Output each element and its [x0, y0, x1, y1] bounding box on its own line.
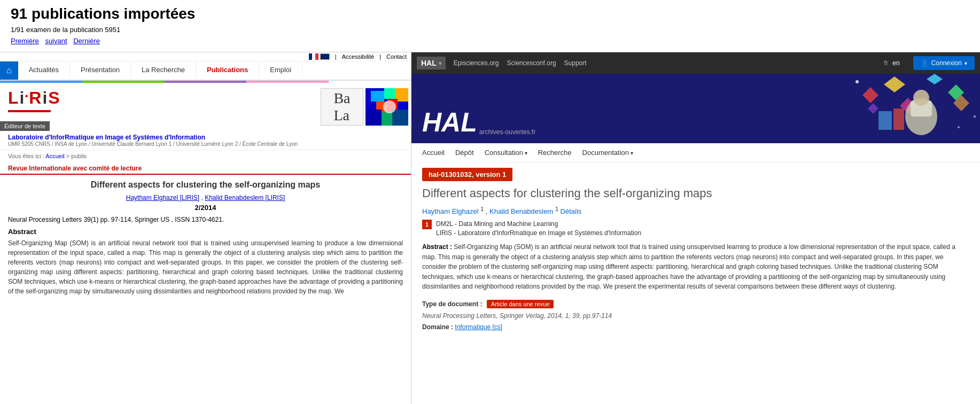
nav-presentation[interactable]: Présentation	[70, 61, 131, 80]
hal-nav-depot[interactable]: Dépôt	[455, 147, 474, 158]
hal-affil-line2: LIRIS - Laboratoire d'InforRmatique en I…	[436, 229, 641, 238]
user-icon: 👤	[921, 59, 929, 67]
hal-author2-link[interactable]: Khalid Benabdeslem	[489, 207, 553, 215]
hal-logo-text: HAL	[421, 59, 437, 67]
pub-authors: Haytham Elghazel [LIRIS] , Khalid Benabd…	[8, 194, 403, 201]
hal-banner-svg: . . . . .	[713, 74, 980, 143]
pub-journal: Neural Processing Letters 39(1) pp. 97-1…	[8, 216, 403, 223]
svg-rect-8	[392, 110, 408, 126]
home-icon: ⌂	[6, 66, 12, 75]
svg-text:. . . . .: . . . . .	[870, 136, 883, 142]
contact-link[interactable]: Contact	[386, 53, 407, 60]
svg-rect-19	[878, 111, 892, 130]
main-title: 91 publications importées	[11, 5, 969, 22]
suivant-link[interactable]: suivant	[45, 37, 67, 45]
logo-underline	[8, 110, 51, 112]
hal-domain-label: Domaine :	[422, 323, 453, 331]
lang-en[interactable]: en	[892, 59, 899, 67]
abstract-label: Abstract	[8, 228, 403, 236]
panels-container: | Accessibilité | Contact ⌂ Actualités P…	[0, 52, 980, 404]
hal-type-section: Type de document : Article dans une revu…	[411, 297, 980, 311]
hal-topnav: HAL ▾ Episciences.org Sciencesconf.org S…	[411, 52, 980, 74]
svg-rect-1	[371, 91, 384, 102]
hal-nav-recherche[interactable]: Recherche	[538, 147, 572, 158]
hal-logo[interactable]: HAL ▾	[417, 57, 446, 69]
hal-nav-accueil[interactable]: Accueil	[422, 147, 445, 158]
pub-title: Different aspects for clustering the sel…	[8, 180, 403, 190]
hal-nav-consultation[interactable]: Consultation	[485, 147, 527, 158]
hal-type-label: Type de document :	[422, 300, 482, 308]
hal-nav-documentation[interactable]: Documentation	[582, 147, 633, 158]
hal-author2-sup: 1	[555, 206, 558, 212]
right-panel-hal: HAL ▾ Episciences.org Sciencesconf.org S…	[411, 52, 980, 404]
editeur-badge: Éditeur de texte	[0, 121, 50, 131]
svg-rect-10	[713, 74, 980, 143]
separator2: |	[379, 53, 381, 60]
left-panel-lris: | Accessibilité | Contact ⌂ Actualités P…	[0, 52, 411, 404]
hal-domain-section: Domaine : Informatique [cs]	[411, 321, 980, 333]
abstract-text: Self-Organizing Map (SOM) is an artifici…	[8, 238, 403, 296]
breadcrumb-sep: > publis	[66, 153, 87, 159]
pub-content: Different aspects for clustering the sel…	[0, 175, 411, 301]
flag-en-icon[interactable]	[320, 53, 330, 60]
lris-topbar: | Accessibilité | Contact	[0, 52, 411, 61]
accessibility-link[interactable]: Accessibilité	[342, 53, 375, 60]
hal-author1-link[interactable]: Haytham Elghazel	[422, 207, 479, 215]
pub-year: 2/2014	[8, 204, 403, 212]
hal-banner-art: . . . . .	[713, 74, 980, 143]
lang-fr[interactable]: fr	[884, 59, 888, 67]
hal-domain-link[interactable]: Informatique [cs]	[455, 323, 502, 331]
nav-la-recherche[interactable]: La Recherche	[131, 61, 196, 80]
hal-version-badge: hal-01301032, version 1	[422, 168, 512, 181]
svg-point-24	[974, 115, 976, 118]
home-button[interactable]: ⌂	[0, 61, 18, 80]
flag-fr-icon[interactable]	[309, 53, 318, 60]
svg-point-18	[913, 90, 929, 106]
support-link[interactable]: Support	[564, 59, 587, 67]
breadcrumb: Vous êtes ici : Accueil > publis	[0, 150, 411, 162]
hal-author1-sup: 1	[480, 206, 484, 212]
svg-rect-20	[893, 108, 904, 130]
breadcrumb-accueil[interactable]: Accueil	[45, 153, 64, 159]
hal-banner: HAL archives-ouvertes.fr	[411, 74, 980, 143]
sciencesconf-link[interactable]: Sciencesconf.org	[507, 59, 556, 67]
hal-version-badge-wrapper: hal-01301032, version 1	[411, 162, 980, 184]
hal-affil-num: 1	[422, 220, 432, 229]
hal-secondnav: Accueil Dépôt Consultation Recherche Doc…	[411, 143, 980, 162]
connexion-label: Connexion	[931, 59, 962, 67]
author1-link[interactable]: Haytham Elghazel [LIRIS]	[126, 194, 199, 201]
hal-authors: Haytham Elghazel 1 , Khalid Benabdeslem …	[411, 206, 980, 220]
connexion-button[interactable]: 👤 Connexion ▾	[913, 56, 975, 70]
hal-banner-title: HAL	[422, 107, 477, 138]
hal-type-badge: Article dans une revue	[487, 300, 554, 308]
lris-lab-title: Laboratoire d'InforRmatique en Image et …	[8, 134, 403, 141]
lang-switcher: fr en	[884, 59, 905, 67]
nav-publications[interactable]: Publications	[196, 61, 259, 80]
svg-point-9	[383, 100, 396, 113]
svg-rect-7	[382, 112, 392, 126]
hal-abstract-text: Self-Organizing Map (SOM) is an artifici…	[422, 243, 955, 290]
hal-affiliation: 1 DM2L - Data Mining and Machine Learnin…	[411, 220, 980, 242]
nav-actualites[interactable]: Actualités	[18, 61, 70, 80]
hal-abstract-label: Abstract :	[422, 243, 454, 251]
episciences-link[interactable]: Episciences.org	[454, 59, 499, 67]
svg-point-25	[958, 126, 960, 128]
derniere-link[interactable]: Dernière	[73, 37, 100, 45]
lris-navbar: ⌂ Actualités Présentation La Recherche P…	[0, 61, 411, 81]
lris-lab-sub: UMR 5205 CNRS / INSA de Lyon / Universit…	[8, 141, 403, 147]
navigation-links: Première suivant Dernière	[11, 37, 969, 45]
image-ba: BaLa	[321, 88, 363, 126]
lris-logo: Li■RiS	[8, 88, 310, 108]
hal-affil-names: DM2L - Data Mining and Machine Learning …	[436, 220, 641, 238]
author2-link[interactable]: Khalid Benabdeslem [LIRIS]	[205, 194, 285, 201]
separator: |	[335, 53, 337, 60]
hal-banner-sub: archives-ouvertes.fr	[479, 128, 535, 138]
hal-author-comma: ,	[486, 207, 489, 215]
hal-paper-title: Different aspects for clustering the sel…	[411, 184, 980, 206]
hal-dropdown-arrow: ▾	[439, 60, 441, 66]
svg-point-23	[855, 80, 859, 83]
premiere-link[interactable]: Première	[11, 37, 39, 45]
hal-details-link[interactable]: Détails	[561, 207, 582, 215]
nav-emploi[interactable]: Emploi	[259, 61, 302, 80]
hal-affil-line1: DM2L - Data Mining and Machine Learning	[436, 220, 641, 229]
